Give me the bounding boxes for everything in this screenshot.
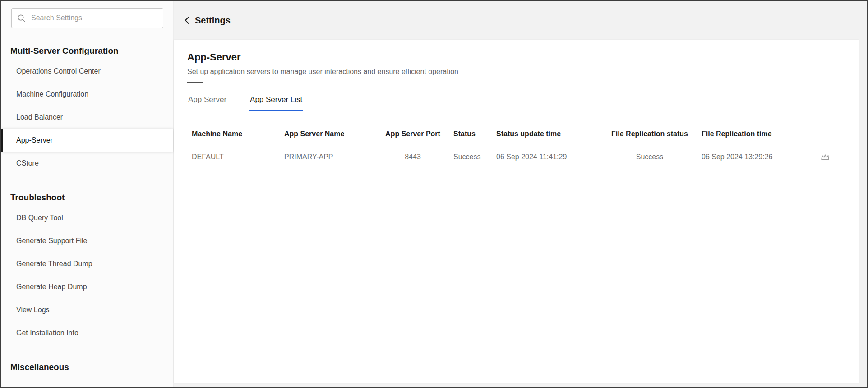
column-header-machine-name: Machine Name bbox=[187, 123, 280, 145]
sidebar-item-label: Generate Support File bbox=[16, 237, 87, 245]
sidebar-item-get-installation-info[interactable]: Get Installation Info bbox=[1, 321, 173, 344]
column-header-file-replication-time: File Replication time bbox=[697, 123, 808, 145]
sidebar-item-label: Machine Configuration bbox=[16, 90, 88, 98]
cell-app-server-port: 8443 bbox=[377, 145, 449, 169]
table-row: DEFAULT PRIMARY-APP 8443 Success 06 Sep … bbox=[187, 145, 845, 169]
tab-app-server[interactable]: App Server bbox=[187, 95, 227, 111]
back-button[interactable]: Settings bbox=[184, 15, 231, 26]
sidebar-item-view-logs[interactable]: View Logs bbox=[1, 298, 173, 321]
sidebar-section-troubleshoot: Troubleshoot DB Query Tool Generate Supp… bbox=[1, 193, 173, 344]
sidebar-item-label: Load Balancer bbox=[16, 113, 63, 121]
cell-file-replication-time: 06 Sep 2024 13:29:26 bbox=[697, 145, 808, 169]
app-server-table: Machine Name App Server Name App Server … bbox=[187, 123, 845, 169]
column-header-app-server-name: App Server Name bbox=[280, 123, 377, 145]
sidebar-item-generate-heap-dump[interactable]: Generate Heap Dump bbox=[1, 275, 173, 298]
app-window: Multi-Server Configuration Operations Co… bbox=[0, 0, 868, 388]
sidebar-item-operations-control-center[interactable]: Operations Control Center bbox=[1, 60, 173, 83]
sidebar-section-title: Miscellaneous bbox=[10, 362, 173, 372]
tabs: App Server App Server List bbox=[187, 95, 845, 111]
topbar: Settings bbox=[174, 1, 867, 40]
sidebar-item-label: App-Server bbox=[16, 136, 53, 144]
sidebar-item-generate-thread-dump[interactable]: Generate Thread Dump bbox=[1, 252, 173, 275]
column-header-status: Status bbox=[449, 123, 492, 145]
chevron-left-icon bbox=[184, 16, 191, 25]
sidebar-item-cstore[interactable]: CStore bbox=[1, 152, 173, 175]
tab-app-server-list[interactable]: App Server List bbox=[249, 95, 303, 111]
settings-sidebar: Multi-Server Configuration Operations Co… bbox=[1, 1, 174, 387]
main-area: Settings App-Server Set up application s… bbox=[174, 1, 867, 387]
sidebar-item-load-balancer[interactable]: Load Balancer bbox=[1, 106, 173, 129]
sidebar-section-title: Multi-Server Configuration bbox=[10, 46, 173, 56]
crown-icon bbox=[820, 153, 830, 161]
title-accent-bar bbox=[187, 82, 203, 83]
sidebar-item-label: CStore bbox=[16, 159, 39, 167]
cell-actions bbox=[808, 145, 845, 169]
column-header-status-update-time: Status update time bbox=[492, 123, 602, 145]
sidebar-item-app-server[interactable]: App-Server bbox=[1, 129, 173, 152]
sidebar-item-label: Operations Control Center bbox=[16, 67, 101, 75]
card-title: App-Server bbox=[187, 51, 845, 63]
sidebar-item-label: Generate Heap Dump bbox=[16, 283, 87, 291]
sidebar-section-multi-server: Multi-Server Configuration Operations Co… bbox=[1, 46, 173, 175]
cell-status: Success bbox=[449, 145, 492, 169]
search-settings-box[interactable] bbox=[11, 8, 163, 28]
sidebar-item-label: View Logs bbox=[16, 306, 50, 314]
search-icon bbox=[17, 14, 26, 23]
sidebar-item-label: Get Installation Info bbox=[16, 329, 78, 337]
sidebar-section-title: Troubleshoot bbox=[10, 193, 173, 203]
cell-machine-name: DEFAULT bbox=[187, 145, 280, 169]
sidebar-item-machine-configuration[interactable]: Machine Configuration bbox=[1, 83, 173, 106]
cell-app-server-name: PRIMARY-APP bbox=[280, 145, 377, 169]
page-title: Settings bbox=[195, 15, 231, 26]
card-subtitle: Set up application servers to manage use… bbox=[187, 68, 845, 76]
cell-status-update-time: 06 Sep 2024 11:41:29 bbox=[492, 145, 602, 169]
sidebar-item-generate-support-file[interactable]: Generate Support File bbox=[1, 229, 173, 252]
cell-file-replication-status: Success bbox=[602, 145, 697, 169]
column-header-file-replication-status: File Replication status bbox=[602, 123, 697, 145]
table-header-row: Machine Name App Server Name App Server … bbox=[187, 123, 845, 145]
sidebar-section-miscellaneous: Miscellaneous bbox=[1, 362, 173, 372]
column-header-actions bbox=[808, 123, 845, 145]
search-input[interactable] bbox=[30, 14, 157, 23]
content-card: App-Server Set up application servers to… bbox=[174, 40, 859, 383]
column-header-app-server-port: App Server Port bbox=[377, 123, 449, 145]
sidebar-item-label: DB Query Tool bbox=[16, 214, 63, 222]
sidebar-item-db-query-tool[interactable]: DB Query Tool bbox=[1, 206, 173, 229]
sidebar-item-label: Generate Thread Dump bbox=[16, 260, 92, 268]
